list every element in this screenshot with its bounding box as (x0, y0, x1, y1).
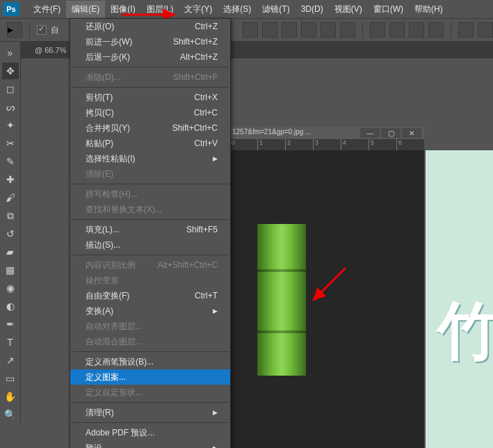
menu-item[interactable]: 拷贝(C)Ctrl+C (70, 105, 230, 120)
menu-item-shortcut: Shift+F5 (186, 225, 218, 234)
separator (451, 22, 451, 38)
close-button[interactable]: ✕ (402, 128, 421, 138)
menu-item-label: 描边(S)... (86, 239, 120, 251)
menu-help[interactable]: 帮助(H) (409, 1, 448, 18)
menu-item-label: 剪切(T) (86, 92, 113, 104)
auto-select-checkbox[interactable] (37, 25, 47, 35)
menu-item-label: 还原(O) (86, 21, 114, 33)
menu-item-label: 定义图案... (86, 371, 126, 383)
distribute-v-icon[interactable] (389, 22, 405, 38)
align-center-icon[interactable] (262, 22, 277, 38)
menu-item[interactable]: 选择性粘贴(I)▶ (70, 151, 230, 166)
menu-window[interactable]: 窗口(W) (368, 1, 409, 18)
blur-tool[interactable]: ◉ (2, 280, 19, 296)
menu-item-label: 粘贴(P) (86, 138, 113, 150)
menu-image[interactable]: 图像(I) (105, 1, 140, 18)
menu-filter[interactable]: 滤镜(T) (257, 1, 295, 18)
ruler-tick: 2 (285, 139, 313, 150)
separator (29, 22, 30, 38)
menu-item: 拼写检查(H)... (70, 186, 230, 202)
menu-item[interactable]: 填充(L)...Shift+F5 (70, 222, 230, 237)
menu-item-label: 查找和替换文本(X)... (86, 204, 162, 216)
move-tool[interactable]: ✥ (2, 63, 19, 79)
bamboo-image[interactable] (257, 224, 306, 376)
tools-panel: » ✥ ◻ ᔕ ✦ ✂ ✎ ✚ 🖌 ⧉ ↺ ▰ ▦ ◉ ◐ ✒ T ↗ ▭ ✋ … (0, 42, 21, 423)
menu-item[interactable]: 定义图案... (70, 369, 230, 385)
menu-layer[interactable]: 图层(L) (141, 1, 179, 18)
align-right-icon[interactable] (282, 22, 297, 38)
menu-item[interactable]: 描边(S)... (70, 237, 230, 253)
ruler-tick: 1 (257, 139, 285, 150)
menu-item-label: 后退一步(K) (86, 51, 130, 63)
ruler-horizontal: 0 1 2 3 4 5 6 (229, 139, 424, 150)
lasso-tool[interactable]: ᔕ (2, 99, 19, 115)
shape-tool[interactable]: ▭ (2, 370, 19, 387)
menu-item[interactable]: 自由变换(F)Ctrl+T (70, 288, 230, 303)
menu-item[interactable]: 剪切(T)Ctrl+X (70, 90, 230, 105)
menu-item[interactable]: 前进一步(W)Shift+Ctrl+Z (70, 34, 230, 49)
canvas-light-panel: 竹 (426, 150, 493, 448)
menu-item-label: 自由变换(F) (86, 290, 129, 302)
menu-item[interactable]: 粘贴(P)Ctrl+V (70, 136, 230, 151)
dodge-tool[interactable]: ◐ (2, 298, 19, 314)
menu-item-shortcut: Shift+Ctrl+Z (173, 37, 218, 47)
separator (362, 22, 363, 38)
marquee-tool[interactable]: ◻ (2, 81, 19, 97)
arrange-icon[interactable] (478, 22, 493, 38)
submenu-arrow-icon: ▶ (213, 409, 218, 416)
align-top-icon[interactable] (301, 22, 316, 38)
menu-item-label: 操控变形 (86, 275, 119, 287)
eyedropper-tool[interactable]: ✎ (2, 153, 19, 170)
menu-item-label: 前进一步(W) (86, 36, 132, 48)
menu-item[interactable]: 清理(R)▶ (70, 405, 230, 420)
pen-tool[interactable]: ✒ (2, 316, 19, 333)
heal-tool[interactable]: ✚ (2, 171, 19, 188)
menu-item: 渐隐(D)...Shift+Ctrl+F (70, 70, 230, 85)
menu-file[interactable]: 文件(F) (28, 1, 66, 18)
zoom-tool[interactable]: 🔍 (2, 406, 19, 423)
align-left-icon[interactable] (243, 22, 258, 38)
tool-preset-icon[interactable]: ▸ (7, 22, 22, 38)
distribute-icon[interactable] (409, 22, 424, 38)
wand-tool[interactable]: ✦ (2, 117, 19, 134)
gradient-tool[interactable]: ▦ (2, 262, 19, 278)
distribute-icon[interactable] (428, 22, 444, 38)
menu-type[interactable]: 文字(Y) (179, 1, 218, 18)
hand-tool[interactable]: ✋ (2, 388, 19, 405)
document-title: 1257&fm=21&gp=0.jpg ... (232, 128, 311, 136)
crop-tool[interactable]: ✂ (2, 135, 19, 152)
distribute-h-icon[interactable] (370, 22, 385, 38)
menu-item[interactable]: Adobe PDF 预设... (70, 425, 230, 440)
maximize-button[interactable]: ▢ (381, 128, 401, 138)
collapse-icon[interactable]: » (2, 45, 19, 61)
arrange-icon[interactable] (458, 22, 474, 38)
menu-item-shortcut: Shift+Ctrl+C (172, 123, 218, 133)
menu-item-label: 预设 (86, 442, 102, 449)
menu-item[interactable]: 后退一步(K)Alt+Ctrl+Z (70, 49, 230, 65)
menu-item-label: 变换(A) (86, 305, 113, 317)
menu-item-shortcut: Alt+Ctrl+Z (180, 52, 218, 62)
menu-item[interactable]: 预设▶ (70, 440, 230, 448)
menu-item[interactable]: 还原(O)Ctrl+Z (70, 19, 230, 34)
minimize-button[interactable]: — (360, 128, 380, 138)
menu-item[interactable]: 变换(A)▶ (70, 303, 230, 319)
ruler-tick: 6 (396, 139, 424, 150)
history-brush-tool[interactable]: ↺ (2, 225, 19, 242)
type-tool[interactable]: T (2, 334, 19, 351)
menu-select[interactable]: 选择(S) (218, 1, 257, 18)
align-bottom-icon[interactable] (340, 22, 355, 38)
menu-item-label: 自动对齐图层... (86, 321, 143, 333)
auto-select-label: 自 (51, 24, 59, 36)
path-tool[interactable]: ↗ (2, 352, 19, 369)
menu-item-shortcut: Ctrl+C (194, 108, 218, 118)
eraser-tool[interactable]: ▰ (2, 243, 19, 260)
submenu-arrow-icon: ▶ (213, 307, 218, 314)
menu-3d[interactable]: 3D(D) (296, 1, 329, 17)
brush-tool[interactable]: 🖌 (2, 189, 19, 206)
align-middle-icon[interactable] (321, 22, 336, 38)
menu-item[interactable]: 定义画笔预设(B)... (70, 354, 230, 369)
stamp-tool[interactable]: ⧉ (2, 207, 19, 224)
menu-item[interactable]: 合并拷贝(Y)Shift+Ctrl+C (70, 120, 230, 136)
menu-edit[interactable]: 编辑(E) (66, 1, 105, 18)
menu-view[interactable]: 视图(V) (329, 1, 368, 18)
